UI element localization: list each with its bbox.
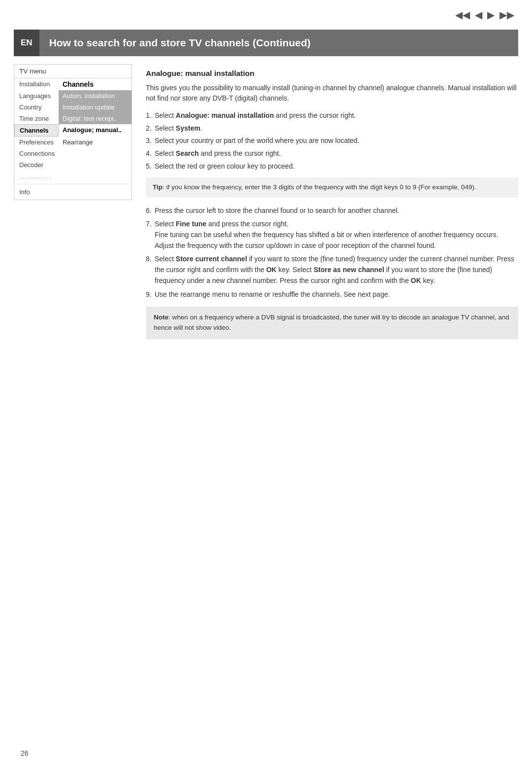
language-label: EN bbox=[14, 30, 39, 56]
menu-right-channels-header: Channels bbox=[59, 78, 132, 90]
step-num-4: 4. bbox=[146, 148, 152, 159]
menu-row-connections: Connections bbox=[14, 148, 132, 159]
step-num-8: 8. bbox=[146, 254, 152, 265]
step-2: 2. Select System. bbox=[146, 123, 518, 134]
step-7: 7. Select Fine tune and press the cursor… bbox=[146, 219, 518, 251]
page-number: 26 bbox=[21, 749, 29, 757]
step-num-1: 1. bbox=[146, 110, 152, 121]
back-icon[interactable]: ◀ bbox=[475, 9, 482, 21]
menu-left-dotted: ............ bbox=[14, 171, 59, 182]
step-5: 5. Select the red or green colour key to… bbox=[146, 161, 518, 172]
menu-row-decoder: Decoder bbox=[14, 159, 132, 171]
menu-right-installation-update: Installation update bbox=[59, 102, 132, 113]
tip-box: Tip: if you know the frequency, enter th… bbox=[146, 177, 518, 197]
step-3: 3. Select your country or part of the wo… bbox=[146, 136, 518, 146]
menu-row-timezone: Time zone Digital: test recept.. bbox=[14, 113, 132, 124]
intro-text: This gives you the possibility to manual… bbox=[146, 83, 518, 104]
section-heading: Analogue: manual installation bbox=[146, 69, 518, 78]
note-box: Note: when on a frequency where a DVB si… bbox=[146, 307, 518, 339]
menu-row-country: Country Installation update bbox=[14, 102, 132, 113]
menu-right-rearrange: Rearrange bbox=[59, 137, 132, 148]
step-6: 6. Press the cursor left to store the ch… bbox=[146, 206, 518, 216]
step-num-7: 7. bbox=[146, 219, 152, 230]
left-panel: TV menu Installation Channels Languages … bbox=[14, 64, 132, 739]
steps-list: 1. Select Analogue: manual installation … bbox=[146, 110, 518, 172]
tv-menu-title: TV menu bbox=[14, 65, 132, 78]
menu-info: Info bbox=[14, 184, 132, 200]
menu-right-analogue-manual: Analogue; manual.. bbox=[59, 124, 132, 136]
menu-left-preferences: Preferences bbox=[14, 137, 59, 148]
menu-left-installation: Installation bbox=[14, 78, 59, 90]
top-navigation: ◀◀ ◀ ▶ ▶▶ bbox=[455, 9, 514, 21]
tv-menu-box: TV menu Installation Channels Languages … bbox=[14, 64, 132, 200]
forward-icon[interactable]: ▶ bbox=[487, 9, 495, 21]
menu-left-connections: Connections bbox=[14, 148, 59, 159]
menu-row-preferences: Preferences Rearrange bbox=[14, 137, 132, 148]
right-panel: Analogue: manual installation This gives… bbox=[146, 64, 518, 739]
main-content: TV menu Installation Channels Languages … bbox=[14, 64, 518, 739]
step-8: 8. Select Store current channel if you w… bbox=[146, 254, 518, 286]
step-num-5: 5. bbox=[146, 161, 152, 172]
page-title: How to search for and store TV channels … bbox=[39, 37, 311, 49]
menu-row-dotted: ............ bbox=[14, 171, 132, 182]
more-steps-list: 6. Press the cursor left to store the ch… bbox=[146, 206, 518, 300]
menu-right-digital-test: Digital: test recept.. bbox=[59, 113, 132, 124]
menu-left-timezone: Time zone bbox=[14, 113, 59, 124]
header-banner: EN How to search for and store TV channe… bbox=[14, 30, 518, 56]
menu-left-channels: Channels bbox=[14, 124, 59, 137]
step-num-2: 2. bbox=[146, 123, 152, 134]
menu-row-installation: Installation Channels bbox=[14, 78, 132, 90]
menu-left-languages: Languages bbox=[14, 90, 59, 102]
menu-row-languages: Languages Autom. installation bbox=[14, 90, 132, 102]
step-9: 9. Use the rearrange menu to rename or r… bbox=[146, 289, 518, 300]
step-num-6: 6. bbox=[146, 206, 152, 216]
skip-forward-icon[interactable]: ▶▶ bbox=[499, 9, 514, 21]
menu-right-autom-installation: Autom. installation bbox=[59, 90, 132, 102]
menu-left-country: Country bbox=[14, 102, 59, 113]
step-1: 1. Select Analogue: manual installation … bbox=[146, 110, 518, 121]
skip-back-icon[interactable]: ◀◀ bbox=[455, 9, 470, 21]
step-num-9: 9. bbox=[146, 289, 152, 300]
menu-left-decoder: Decoder bbox=[14, 159, 59, 171]
step-4: 4. Select Search and press the cursor ri… bbox=[146, 148, 518, 159]
menu-row-channels: Channels Analogue; manual.. bbox=[14, 124, 132, 137]
step-num-3: 3. bbox=[146, 136, 152, 146]
